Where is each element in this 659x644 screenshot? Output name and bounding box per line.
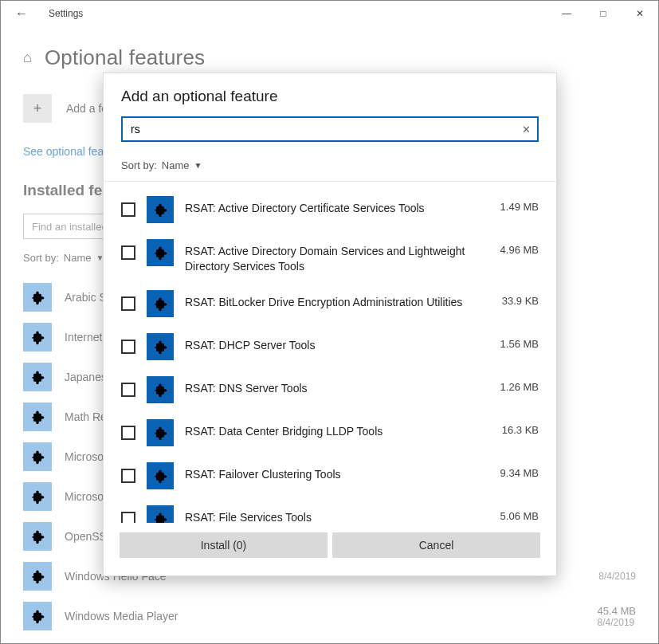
- feature-size: 1.26 MB: [500, 376, 539, 393]
- feature-icon: [147, 462, 174, 489]
- feature-name: RSAT: Active Directory Certificate Servi…: [185, 196, 489, 216]
- feature-row[interactable]: RSAT: Failover Clustering Tools9.34 MB: [121, 454, 539, 497]
- feature-checkbox[interactable]: [121, 383, 135, 397]
- feature-size: 33.9 KB: [502, 290, 539, 307]
- clear-search-icon[interactable]: ✕: [522, 124, 531, 135]
- chevron-down-icon: ▼: [194, 161, 202, 170]
- install-button[interactable]: Install (0): [120, 532, 328, 558]
- feature-checkbox[interactable]: [121, 469, 135, 483]
- feature-checkbox[interactable]: [121, 245, 135, 260]
- dialog-sort-value: Name: [162, 159, 190, 171]
- feature-name: RSAT: DNS Server Tools: [185, 376, 489, 396]
- feature-row[interactable]: RSAT: BitLocker Drive Encryption Adminis…: [121, 282, 539, 325]
- feature-size: 1.49 MB: [500, 196, 539, 213]
- feature-row[interactable]: RSAT: Active Directory Domain Services a…: [121, 231, 539, 282]
- feature-checkbox[interactable]: [121, 340, 135, 354]
- dialog-search-box[interactable]: ✕: [121, 116, 539, 142]
- feature-icon: [147, 196, 174, 223]
- feature-size: 1.56 MB: [500, 333, 539, 350]
- feature-name: RSAT: File Services Tools: [185, 505, 489, 523]
- cancel-button[interactable]: Cancel: [332, 532, 540, 558]
- feature-size: 4.96 MB: [500, 239, 539, 256]
- feature-name: RSAT: Data Center Bridging LLDP Tools: [185, 419, 491, 439]
- feature-checkbox[interactable]: [121, 512, 135, 523]
- feature-size: 16.3 KB: [502, 419, 539, 436]
- feature-name: RSAT: BitLocker Drive Encryption Adminis…: [185, 290, 491, 310]
- dialog-title: Add an optional feature: [121, 88, 539, 105]
- add-optional-feature-dialog: Add an optional feature ✕ Sort by: Name …: [103, 73, 557, 576]
- feature-icon: [147, 376, 174, 403]
- feature-icon: [147, 505, 174, 523]
- feature-name: RSAT: DHCP Server Tools: [185, 333, 489, 353]
- feature-row[interactable]: RSAT: DHCP Server Tools1.56 MB: [121, 325, 539, 368]
- feature-icon: [147, 333, 174, 360]
- feature-icon: [147, 419, 174, 446]
- feature-row[interactable]: RSAT: Data Center Bridging LLDP Tools16.…: [121, 411, 539, 454]
- dialog-sort-label: Sort by:: [121, 159, 157, 171]
- feature-row[interactable]: RSAT: File Services Tools5.06 MB: [121, 497, 539, 523]
- feature-size: 5.06 MB: [500, 505, 539, 522]
- dialog-search-input[interactable]: [129, 122, 522, 136]
- dialog-sortby[interactable]: Sort by: Name ▼: [104, 147, 556, 182]
- feature-icon: [147, 290, 174, 317]
- feature-checkbox[interactable]: [121, 202, 135, 217]
- feature-row[interactable]: RSAT: DNS Server Tools1.26 MB: [121, 368, 539, 411]
- feature-name: RSAT: Active Directory Domain Services a…: [185, 239, 489, 274]
- feature-size: 9.34 MB: [500, 462, 539, 479]
- feature-icon: [147, 239, 174, 266]
- feature-checkbox[interactable]: [121, 296, 135, 311]
- feature-name: RSAT: Failover Clustering Tools: [185, 462, 489, 482]
- feature-checkbox[interactable]: [121, 426, 135, 440]
- feature-row[interactable]: RSAT: Active Directory Certificate Servi…: [121, 188, 539, 231]
